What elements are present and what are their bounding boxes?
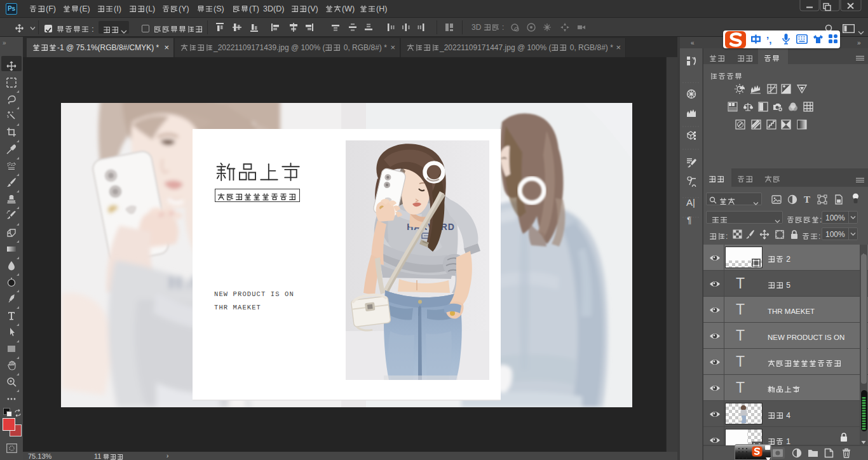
svg-text:T: T [804,194,810,205]
